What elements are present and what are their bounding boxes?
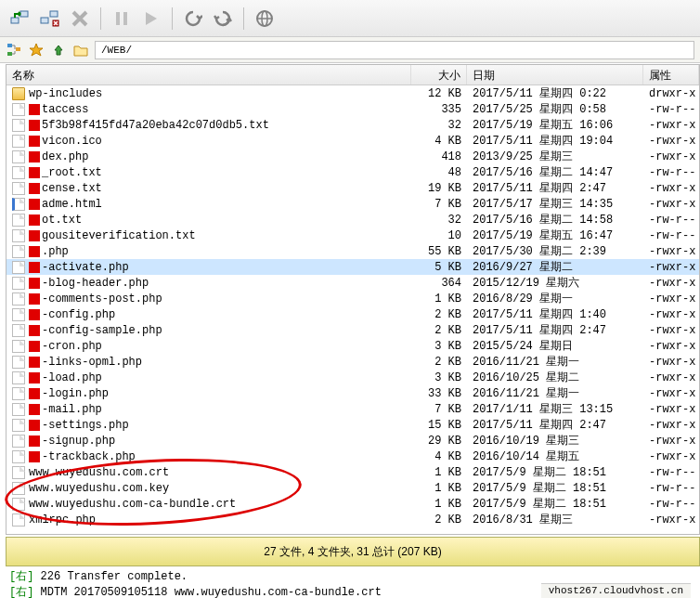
file-name: -activate.php: [42, 261, 129, 274]
file-icon: [12, 419, 25, 432]
file-icon: [12, 261, 25, 274]
file-row[interactable]: -login.php33 KB2016/11/21 星期一-rwxr-x: [6, 385, 699, 401]
file-row[interactable]: www.wuyedushu.com.key1 KB2017/5/9 星期二 18…: [6, 480, 699, 496]
file-size: 364: [411, 277, 467, 290]
redacted-block: [29, 246, 40, 257]
file-attr: -rwxr-x: [643, 514, 699, 526]
file-row[interactable]: 5f3b98f415fd47a20eba42c07d0db5.txt322017…: [6, 117, 699, 133]
file-row[interactable]: taccess3352017/5/25 星期四 0:58-rw-r--: [6, 101, 699, 117]
folder-icon: [72, 42, 89, 58]
svg-rect-2: [41, 18, 48, 23]
col-attr[interactable]: 属性: [643, 65, 699, 84]
file-icon: [12, 198, 25, 211]
file-size: 33 KB: [411, 387, 467, 400]
file-icon: [12, 245, 25, 258]
file-row[interactable]: cense.txt19 KB2017/5/11 星期四 2:47-rwxr-x: [6, 180, 699, 196]
file-row[interactable]: -activate.php5 KB2016/9/27 星期二-rwxr-x: [6, 259, 699, 275]
connect-icon[interactable]: [7, 6, 33, 32]
file-name: -comments-post.php: [42, 292, 162, 306]
file-list[interactable]: wp-includes12 KB2017/5/11 星期四 0:22drwxr-…: [6, 85, 699, 534]
file-row[interactable]: www.wuyedushu.com.crt1 KB2017/5/9 星期二 18…: [6, 464, 699, 480]
file-row[interactable]: adme.html7 KB2017/5/17 星期三 14:35-rwxr-x: [6, 196, 699, 212]
file-icon: [12, 466, 25, 479]
file-name: ot.txt: [42, 214, 82, 227]
file-date: 2017/5/30 星期二 2:39: [467, 243, 643, 259]
file-size: 5 KB: [411, 261, 467, 274]
file-attr: -rwxr-x: [643, 245, 699, 258]
file-row[interactable]: -cron.php3 KB2015/5/24 星期日-rwxr-x: [6, 338, 699, 354]
tree-icon[interactable]: [6, 42, 22, 58]
globe-icon[interactable]: [252, 6, 278, 32]
favorite-icon[interactable]: [28, 42, 45, 58]
file-icon: [12, 356, 25, 369]
file-date: 2016/8/31 星期三: [467, 512, 643, 527]
file-row[interactable]: -blog-header.php3642015/12/19 星期六-rwxr-x: [6, 275, 699, 291]
reconnect-icon[interactable]: [180, 6, 206, 32]
file-date: 2017/5/11 星期四 2:47: [467, 322, 643, 338]
col-date[interactable]: 日期: [467, 65, 643, 84]
redacted-block: [29, 278, 40, 289]
file-row[interactable]: .php55 KB2017/5/30 星期二 2:39-rwxr-x: [6, 243, 699, 259]
abort-icon[interactable]: [67, 6, 93, 32]
file-row[interactable]: www.wuyedushu.com-ca-bundle.crt1 KB2017/…: [6, 496, 699, 512]
file-size: 1 KB: [411, 466, 467, 479]
file-row[interactable]: -config-sample.php2 KB2017/5/11 星期四 2:47…: [6, 322, 699, 338]
file-row[interactable]: -settings.php15 KB2017/5/11 星期四 2:47-rwx…: [6, 417, 699, 433]
file-attr: -rwxr-x: [643, 277, 699, 290]
file-row[interactable]: _root.txt482017/5/16 星期二 14:47-rw-r--: [6, 164, 699, 180]
file-date: 2017/5/17 星期三 14:35: [467, 196, 643, 212]
file-attr: -rwxr-x: [643, 261, 699, 274]
file-name: -mail.php: [42, 403, 102, 416]
play-icon[interactable]: [138, 6, 164, 32]
pause-icon[interactable]: [109, 6, 135, 32]
disconnect-icon[interactable]: [37, 6, 63, 32]
file-name: _root.txt: [42, 166, 102, 179]
file-date: 2016/11/21 星期一: [467, 354, 643, 370]
col-size[interactable]: 大小: [411, 65, 467, 84]
file-icon: [12, 214, 25, 227]
file-row[interactable]: -trackback.php4 KB2016/10/14 星期五-rwxr-x: [6, 448, 699, 464]
file-attr: -rwxr-x: [643, 435, 699, 448]
file-name: -links-opml.php: [42, 356, 142, 369]
file-row[interactable]: -links-opml.php2 KB2016/11/21 星期一-rwxr-x: [6, 354, 699, 370]
file-attr: -rwxr-x: [643, 403, 699, 416]
file-row[interactable]: gousiteverification.txt102017/5/19 星期五 1…: [6, 228, 699, 243]
svg-rect-11: [7, 52, 12, 56]
file-row[interactable]: -load.php3 KB2016/10/25 星期二-rwxr-x: [6, 370, 699, 385]
file-date: 2016/9/27 星期二: [467, 259, 643, 275]
file-icon: [12, 103, 25, 116]
file-date: 2016/10/19 星期三: [467, 433, 643, 448]
redacted-block: [29, 420, 40, 431]
file-date: 2017/5/11 星期四 1:40: [467, 306, 643, 322]
file-name: -signup.php: [42, 435, 115, 448]
file-date: 2016/10/25 星期二: [467, 370, 643, 385]
file-row[interactable]: xmlrpc.php2 KB2016/8/31 星期三-rwxr-x: [6, 512, 699, 527]
path-input[interactable]: [95, 41, 694, 59]
file-name: gousiteverification.txt: [42, 229, 196, 242]
file-attr: -rw-r--: [643, 466, 699, 479]
file-row[interactable]: -mail.php7 KB2017/1/11 星期三 13:15-rwxr-x: [6, 401, 699, 417]
file-row[interactable]: -config.php2 KB2017/5/11 星期四 1:40-rwxr-x: [6, 306, 699, 322]
file-name: www.wuyedushu.com.key: [29, 482, 169, 495]
up-arrow-icon[interactable]: [50, 42, 67, 58]
svg-rect-12: [16, 47, 20, 51]
file-row[interactable]: ot.txt322017/5/16 星期二 14:58-rw-r--: [6, 212, 699, 228]
file-size: 7 KB: [411, 198, 467, 211]
file-row[interactable]: -comments-post.php1 KB2016/8/29 星期一-rwxr…: [6, 291, 699, 306]
file-row[interactable]: dex.php4182013/9/25 星期三-rwxr-x: [6, 149, 699, 164]
svg-rect-3: [50, 11, 58, 17]
col-name[interactable]: 名称: [6, 65, 411, 84]
file-date: 2017/5/25 星期四 0:58: [467, 101, 643, 117]
refresh-icon[interactable]: [210, 6, 236, 32]
file-row[interactable]: -signup.php29 KB2016/10/19 星期三-rwxr-x: [6, 433, 699, 448]
file-row[interactable]: wp-includes12 KB2017/5/11 星期四 0:22drwxr-…: [6, 85, 699, 101]
file-icon: [12, 371, 25, 384]
file-name: xmlrpc.php: [29, 514, 96, 526]
file-attr: -rw-r--: [643, 214, 699, 227]
file-size: 48: [411, 166, 467, 179]
file-row[interactable]: vicon.ico4 KB2017/5/11 星期四 19:04-rwxr-x: [6, 133, 699, 149]
file-size: 2 KB: [411, 308, 467, 321]
file-name: www.wuyedushu.com.crt: [29, 466, 169, 479]
redacted-block: [29, 372, 40, 384]
file-date: 2017/5/11 星期四 0:22: [467, 85, 643, 101]
